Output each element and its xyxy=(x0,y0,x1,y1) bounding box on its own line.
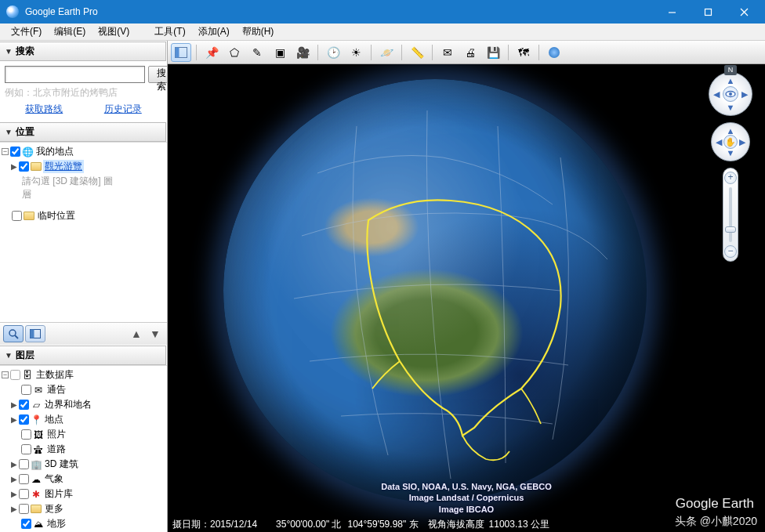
gallery-icon: ✱ xyxy=(31,489,42,500)
mail-icon: ✉ xyxy=(33,385,44,396)
view-maps-icon[interactable]: 🗺 xyxy=(513,43,534,62)
search-title: 搜索 xyxy=(16,45,34,58)
record-tour-icon[interactable]: 🎥 xyxy=(292,43,313,62)
globe-icon[interactable] xyxy=(544,43,564,62)
get-directions-link[interactable]: 获取路线 xyxy=(25,103,63,116)
menu-add[interactable]: 添加(A) xyxy=(192,24,236,40)
photo-icon: 🖼 xyxy=(33,429,44,440)
tree-node-sightseeing[interactable]: ▶ 觀光游覽 xyxy=(11,159,167,174)
places-search-button[interactable] xyxy=(3,325,24,342)
minimize-button[interactable] xyxy=(654,0,690,24)
svg-point-4 xyxy=(9,330,16,336)
menu-edit[interactable]: 编辑(E) xyxy=(48,24,92,40)
menu-bar: 文件(F) 编辑(E) 视图(V) 工具(T) 添加(A) 帮助(H) xyxy=(0,24,765,41)
layers-title: 图层 xyxy=(16,349,34,362)
main-view: 📌 ⬠ ✎ ▣ 🎥 🕑 ☀ 🪐 📏 ✉ 🖨 💾 🗺 xyxy=(168,41,765,532)
checkbox-temp[interactable] xyxy=(12,211,22,221)
svg-rect-7 xyxy=(31,330,34,338)
checkbox-sightseeing[interactable] xyxy=(19,161,29,172)
path-icon[interactable]: ✎ xyxy=(247,43,267,62)
look-ring[interactable]: N ▲▼◀▶ xyxy=(709,72,752,116)
eye-icon[interactable] xyxy=(723,86,738,102)
places-down-button[interactable]: ▼ xyxy=(147,325,164,342)
zoom-out-button[interactable]: − xyxy=(724,245,737,258)
pin-icon: 📍 xyxy=(31,414,42,425)
history-link[interactable]: 历史记录 xyxy=(104,103,142,116)
layer-borders[interactable]: ▶▱边界和地名 xyxy=(11,397,167,412)
folder-icon xyxy=(31,505,42,513)
app-icon xyxy=(6,5,19,18)
menu-help[interactable]: 帮助(H) xyxy=(236,24,281,40)
layer-places[interactable]: ▶📍地点 xyxy=(11,412,167,427)
layer-more[interactable]: ▶更多 xyxy=(11,501,167,516)
polygon-icon[interactable]: ⬠ xyxy=(224,43,245,62)
places-up-button[interactable]: ▲ xyxy=(128,325,145,342)
borders-icon: ▱ xyxy=(31,400,42,411)
print-icon[interactable]: 🖨 xyxy=(460,43,480,62)
svg-rect-9 xyxy=(176,47,179,57)
menu-view[interactable]: 视图(V) xyxy=(92,24,136,40)
globe-viewport[interactable]: N ▲▼◀▶ ▲▼◀▶ ✋ + − Data SIO, NOAA, U.S. N… xyxy=(168,64,765,532)
database-icon: 🗄 xyxy=(22,370,33,381)
title-bar: Google Earth Pro xyxy=(0,0,765,24)
ruler-icon[interactable]: 📏 xyxy=(407,43,427,62)
label-tip: 請勾選 [3D 建築物] 圖層 xyxy=(20,175,114,201)
menu-tools[interactable]: 工具(T) xyxy=(148,24,191,40)
svg-point-12 xyxy=(729,92,732,96)
road-icon: 🛣 xyxy=(33,444,44,455)
tree-node-temp[interactable]: 临时位置 xyxy=(2,208,167,223)
hide-sidebar-icon[interactable] xyxy=(171,43,191,62)
places-panel-button[interactable] xyxy=(25,325,45,342)
maximize-button[interactable] xyxy=(690,0,726,24)
label-sightseeing: 觀光游覽 xyxy=(43,160,84,173)
zoom-in-button[interactable]: + xyxy=(724,172,737,184)
nav-controls: N ▲▼◀▶ ▲▼◀▶ ✋ + − xyxy=(707,72,754,262)
sun-icon[interactable]: ☀ xyxy=(346,43,366,62)
menu-file[interactable]: 文件(F) xyxy=(5,24,48,40)
places-toolbar: ▲ ▼ xyxy=(0,322,167,345)
zoom-slider[interactable]: + − xyxy=(723,168,738,262)
email-icon[interactable]: ✉ xyxy=(437,43,458,62)
places-tree[interactable]: − 🌐 我的地点 ▶ 觀光游覽 請勾選 [3D 建築物] 圖層 临时位置 xyxy=(0,142,167,322)
folder-icon xyxy=(24,212,34,220)
history-icon[interactable]: 🕑 xyxy=(323,43,343,62)
search-hint: 例如：北京市附近的烤鸭店 xyxy=(5,86,162,100)
weather-icon: ☁ xyxy=(31,474,42,485)
hand-icon[interactable]: ✋ xyxy=(723,135,738,149)
panel-header-layers[interactable]: ▼图层 xyxy=(0,346,166,365)
layer-notices[interactable]: ✉通告 xyxy=(11,382,167,397)
save-image-icon[interactable]: 💾 xyxy=(483,43,503,62)
planet-icon[interactable]: 🪐 xyxy=(376,43,397,62)
globe[interactable] xyxy=(223,79,647,502)
layer-primary[interactable]: −🗄主数据库 xyxy=(2,367,167,382)
compass-n[interactable]: N xyxy=(724,65,737,75)
placemark-icon[interactable]: 📌 xyxy=(201,43,222,62)
layer-photos[interactable]: 🖼照片 xyxy=(11,427,167,442)
tree-node-myplaces[interactable]: − 🌐 我的地点 xyxy=(2,144,167,159)
label-myplaces: 我的地点 xyxy=(34,145,75,158)
move-ring[interactable]: ▲▼◀▶ ✋ xyxy=(711,122,750,161)
status-bar: 摄日期：2015/12/14 35°00'00.00" 北 104°59'59.… xyxy=(168,516,765,532)
tree-node-tip: 請勾選 [3D 建築物] 圖層 xyxy=(20,174,167,202)
zoom-thumb[interactable] xyxy=(725,226,736,233)
close-button[interactable] xyxy=(726,0,762,24)
layer-gallery[interactable]: ▶✱图片库 xyxy=(11,487,167,501)
search-button[interactable]: 搜索 xyxy=(148,66,168,83)
places-title: 位置 xyxy=(16,125,34,139)
svg-line-5 xyxy=(15,335,18,338)
panel-header-search[interactable]: ▼搜索 xyxy=(0,42,166,61)
search-input[interactable] xyxy=(5,66,145,83)
checkbox-myplaces[interactable] xyxy=(10,147,20,157)
folder-icon xyxy=(31,162,42,171)
app-title: Google Earth Pro xyxy=(25,6,654,17)
building-icon: 🏢 xyxy=(31,459,42,470)
image-overlay-icon[interactable]: ▣ xyxy=(270,43,290,62)
zoom-track[interactable] xyxy=(729,187,732,242)
layers-tree[interactable]: −🗄主数据库 ✉通告 ▶▱边界和地名 ▶📍地点 🖼照片 🛣道路 ▶🏢3D 建筑 … xyxy=(0,365,167,532)
panel-header-places[interactable]: ▼位置 xyxy=(0,122,166,142)
layer-buildings[interactable]: ▶🏢3D 建筑 xyxy=(11,457,167,472)
layer-terrain[interactable]: ⛰地形 xyxy=(11,516,167,531)
layer-weather[interactable]: ▶☁气象 xyxy=(11,472,167,487)
layer-roads[interactable]: 🛣道路 xyxy=(11,442,167,457)
sidebar: ▼搜索 搜索 例如：北京市附近的烤鸭店 获取路线 历史记录 ▼位置 − 🌐 我的… xyxy=(0,41,168,532)
